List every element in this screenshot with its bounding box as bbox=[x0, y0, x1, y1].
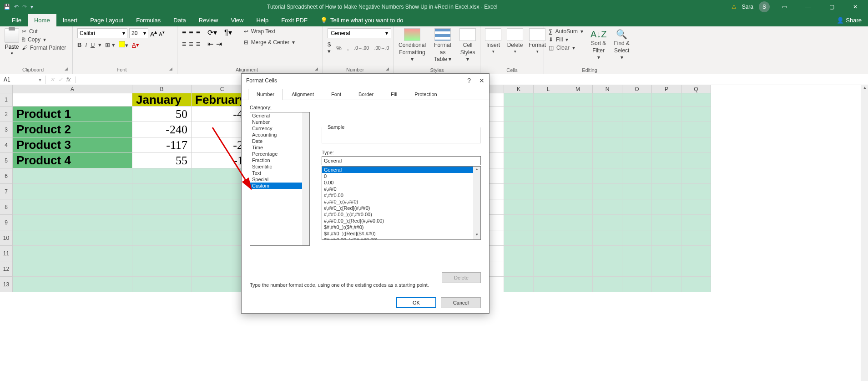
cell[interactable] bbox=[563, 215, 593, 230]
clipboard-launcher-icon[interactable]: ◢ bbox=[61, 66, 68, 73]
cell[interactable] bbox=[132, 168, 192, 184]
tab-foxit[interactable]: Foxit PDF bbox=[275, 14, 314, 26]
avatar[interactable]: S bbox=[759, 1, 770, 12]
autosum-button[interactable]: ∑ AutoSum ▾ bbox=[549, 28, 583, 35]
row-header[interactable]: 13 bbox=[0, 277, 13, 292]
cell[interactable] bbox=[504, 246, 534, 261]
type-item[interactable]: #,##0.00 bbox=[322, 192, 480, 198]
category-item[interactable]: Number bbox=[250, 119, 309, 125]
row-header[interactable]: 9 bbox=[0, 215, 13, 230]
category-item[interactable]: Currency bbox=[250, 125, 309, 132]
category-item[interactable]: Text bbox=[250, 170, 309, 176]
category-item[interactable]: Special bbox=[250, 176, 309, 183]
tab-view[interactable]: View bbox=[224, 14, 250, 26]
cell[interactable] bbox=[652, 107, 681, 122]
alignment-launcher-icon[interactable]: ◢ bbox=[312, 66, 318, 73]
category-item[interactable]: Accounting bbox=[250, 132, 309, 138]
increase-font-icon[interactable]: A▴ bbox=[150, 29, 157, 38]
cell[interactable] bbox=[563, 107, 593, 122]
cell[interactable] bbox=[534, 184, 563, 199]
cell[interactable] bbox=[13, 261, 132, 277]
cell[interactable] bbox=[652, 153, 681, 168]
category-item[interactable]: Scientific bbox=[250, 163, 309, 170]
cell[interactable] bbox=[563, 168, 593, 184]
cell[interactable] bbox=[13, 230, 132, 246]
cell[interactable] bbox=[504, 122, 534, 137]
dialog-help-icon[interactable]: ? bbox=[467, 77, 471, 84]
type-item[interactable]: $#,##0_);($#,##0) bbox=[322, 224, 480, 230]
column-header[interactable]: M bbox=[563, 85, 593, 93]
cell[interactable] bbox=[13, 199, 132, 215]
cell[interactable] bbox=[622, 261, 652, 277]
underline-button[interactable]: U bbox=[91, 41, 95, 48]
column-header[interactable]: B bbox=[132, 85, 192, 93]
cell[interactable] bbox=[622, 168, 652, 184]
cell[interactable] bbox=[13, 93, 132, 107]
cell[interactable] bbox=[132, 246, 192, 261]
row-header[interactable]: 6 bbox=[0, 168, 13, 184]
type-item[interactable]: #,##0.00_);(#,##0.00) bbox=[322, 211, 480, 218]
cell[interactable] bbox=[563, 230, 593, 246]
conditional-formatting-button[interactable]: ConditionalFormatting ▾ bbox=[399, 28, 426, 63]
cell[interactable] bbox=[652, 215, 681, 230]
align-top-icon[interactable]: ≡ bbox=[182, 29, 186, 37]
cell[interactable] bbox=[534, 107, 563, 122]
dialog-tab-fill[interactable]: Fill bbox=[382, 89, 406, 100]
align-middle-icon[interactable]: ≡ bbox=[189, 29, 193, 37]
type-item[interactable]: 0.00 bbox=[322, 179, 480, 186]
type-item[interactable]: #,##0_);[Red](#,##0) bbox=[322, 205, 480, 211]
align-bottom-icon[interactable]: ≡ bbox=[196, 29, 200, 37]
fill-color-button[interactable]: ▾ bbox=[119, 41, 128, 49]
cell[interactable] bbox=[652, 122, 681, 137]
dialog-tab-border[interactable]: Border bbox=[350, 89, 382, 100]
clear-button[interactable]: ◫ Clear ▾ bbox=[549, 45, 583, 51]
cell[interactable]: -117 bbox=[132, 137, 192, 153]
sort-filter-button[interactable]: A↓ZSort &Filter ▾ bbox=[590, 28, 607, 61]
ok-button[interactable]: OK bbox=[396, 297, 436, 308]
cell[interactable] bbox=[593, 93, 622, 107]
dialog-tab-protection[interactable]: Protection bbox=[406, 89, 446, 100]
format-cells-button[interactable]: Format▾ bbox=[529, 28, 546, 54]
cell[interactable] bbox=[681, 93, 711, 107]
cell[interactable] bbox=[534, 215, 563, 230]
cell[interactable] bbox=[622, 199, 652, 215]
category-item[interactable]: Time bbox=[250, 144, 309, 151]
cell[interactable] bbox=[681, 122, 711, 137]
cell[interactable] bbox=[622, 107, 652, 122]
ribbon-options-icon[interactable]: ▭ bbox=[775, 4, 793, 10]
type-item[interactable]: 0 bbox=[322, 173, 480, 179]
align-right-icon[interactable]: ≡ bbox=[196, 40, 200, 48]
category-item[interactable]: General bbox=[250, 112, 309, 119]
tab-home[interactable]: Home bbox=[28, 14, 56, 26]
cell[interactable] bbox=[593, 230, 622, 246]
cell[interactable] bbox=[593, 199, 622, 215]
tab-file[interactable]: File bbox=[5, 14, 28, 26]
cell[interactable] bbox=[504, 184, 534, 199]
cell[interactable] bbox=[593, 107, 622, 122]
cell[interactable] bbox=[593, 215, 622, 230]
cell[interactable] bbox=[652, 261, 681, 277]
comma-format-button[interactable]: , bbox=[347, 45, 349, 51]
cell[interactable] bbox=[622, 122, 652, 137]
text-direction-icon[interactable]: ¶▾ bbox=[224, 28, 232, 37]
tab-page-layout[interactable]: Page Layout bbox=[84, 14, 130, 26]
cell[interactable] bbox=[622, 246, 652, 261]
cell[interactable]: Product 1 bbox=[13, 107, 132, 122]
column-header[interactable]: N bbox=[593, 85, 622, 93]
cell[interactable] bbox=[593, 184, 622, 199]
dialog-tab-font[interactable]: Font bbox=[323, 89, 350, 100]
row-header[interactable]: 8 bbox=[0, 199, 13, 215]
dialog-tab-number[interactable]: Number bbox=[248, 89, 283, 100]
cell-styles-button[interactable]: CellStyles ▾ bbox=[459, 28, 476, 63]
undo-icon[interactable]: ↶ bbox=[14, 4, 19, 10]
type-item[interactable]: #,##0 bbox=[322, 186, 480, 192]
cell[interactable] bbox=[504, 107, 534, 122]
cell[interactable] bbox=[593, 122, 622, 137]
cell[interactable] bbox=[593, 153, 622, 168]
cell[interactable] bbox=[652, 168, 681, 184]
cell[interactable] bbox=[681, 184, 711, 199]
cell[interactable] bbox=[593, 168, 622, 184]
cell[interactable] bbox=[504, 137, 534, 153]
category-item[interactable]: Custom bbox=[250, 183, 309, 189]
cell[interactable] bbox=[563, 261, 593, 277]
